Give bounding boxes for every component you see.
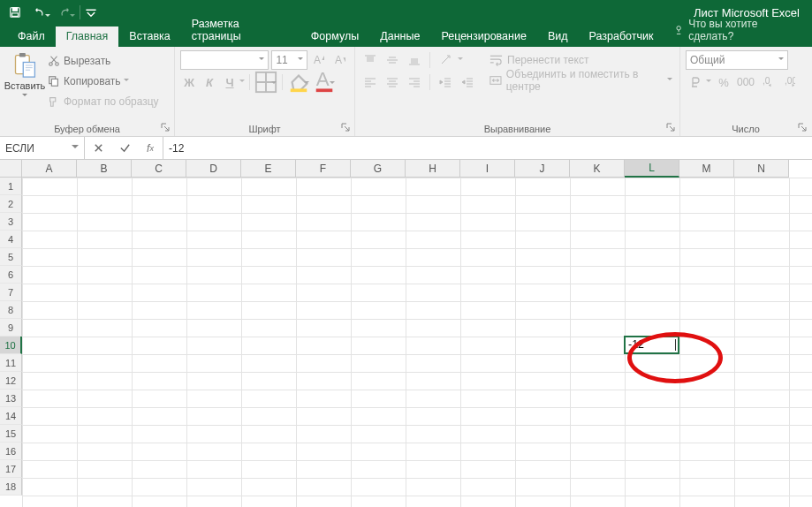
row-header[interactable]: 2 xyxy=(0,195,22,213)
align-bottom-button[interactable] xyxy=(405,50,424,70)
borders-button[interactable] xyxy=(254,72,277,92)
column-header[interactable]: I xyxy=(460,160,515,178)
wrap-text-button[interactable]: Перенести текст xyxy=(488,51,674,69)
tab-formulas[interactable]: Формулы xyxy=(300,26,369,47)
row-header[interactable]: 4 xyxy=(0,231,22,248)
font-color-button[interactable]: A xyxy=(313,72,336,92)
tab-file[interactable]: Файл xyxy=(7,26,56,47)
format-painter-button[interactable]: Формат по образцу xyxy=(48,93,159,110)
merge-center-button[interactable]: Объединить и поместить в центре xyxy=(488,72,674,89)
tab-review[interactable]: Рецензирование xyxy=(430,26,537,47)
row-header[interactable]: 5 xyxy=(0,248,22,266)
row-header[interactable]: 15 xyxy=(0,425,22,443)
column-header[interactable]: N xyxy=(734,160,789,178)
accounting-format-button[interactable] xyxy=(686,72,705,92)
align-center-button[interactable] xyxy=(383,72,402,92)
align-middle-button[interactable] xyxy=(383,50,402,70)
cut-label: Вырезать xyxy=(64,55,110,67)
column-header[interactable]: B xyxy=(77,160,132,178)
number-dialog-launcher[interactable] xyxy=(796,121,808,133)
row-header[interactable]: 1 xyxy=(0,178,22,195)
clipboard-dialog-launcher[interactable] xyxy=(159,121,171,133)
save-button[interactable] xyxy=(4,2,27,23)
row-header[interactable]: 9 xyxy=(0,319,22,337)
cancel-formula-button[interactable] xyxy=(85,137,111,159)
column-header[interactable]: M xyxy=(679,160,734,178)
group-clipboard: Вставить Вырезать Копировать Формат по о… xyxy=(0,47,175,136)
row-header[interactable]: 7 xyxy=(0,284,22,301)
copy-button[interactable]: Копировать xyxy=(48,72,159,90)
fill-color-button[interactable] xyxy=(287,72,310,92)
row-header[interactable]: 11 xyxy=(0,354,22,372)
decrease-indent-button[interactable] xyxy=(436,72,455,92)
align-right-button[interactable] xyxy=(405,72,424,92)
italic-button[interactable]: К xyxy=(201,72,218,92)
column-header[interactable]: L xyxy=(625,160,679,178)
column-header[interactable]: C xyxy=(132,160,186,178)
name-box[interactable]: ЕСЛИ xyxy=(0,137,85,159)
group-alignment-label: Выравнивание xyxy=(355,124,679,134)
enter-formula-button[interactable] xyxy=(111,137,138,159)
tell-me[interactable]: Что вы хотите сделать? xyxy=(664,14,812,47)
undo-button[interactable] xyxy=(28,2,51,23)
select-all-corner[interactable] xyxy=(0,160,22,178)
merge-center-label: Объединить и поместить в центре xyxy=(506,68,663,93)
comma-format-button[interactable]: 000 xyxy=(736,72,755,92)
row-header[interactable]: 17 xyxy=(0,460,22,478)
column-header[interactable]: G xyxy=(351,160,406,178)
column-header[interactable]: K xyxy=(570,160,625,178)
row-header[interactable]: 8 xyxy=(0,301,22,319)
formula-input[interactable]: -12 xyxy=(163,137,812,159)
tab-developer[interactable]: Разработчик xyxy=(579,26,664,47)
svg-rect-10 xyxy=(51,79,57,86)
align-left-button[interactable] xyxy=(360,72,380,92)
tab-home[interactable]: Главная xyxy=(56,26,119,47)
align-top-button[interactable] xyxy=(360,50,380,70)
redo-button[interactable] xyxy=(53,2,76,23)
tab-view[interactable]: Вид xyxy=(537,26,579,47)
svg-rect-5 xyxy=(19,53,26,57)
column-header[interactable]: E xyxy=(241,160,296,178)
row-header[interactable]: 14 xyxy=(0,407,22,425)
tab-insert[interactable]: Вставка xyxy=(118,26,180,47)
row-header[interactable]: 6 xyxy=(0,266,22,284)
spreadsheet-grid[interactable]: -12 ABCDEFGHIJKLMN1234567891011121314151… xyxy=(0,160,812,507)
column-header[interactable]: H xyxy=(406,160,460,178)
orientation-button[interactable] xyxy=(436,50,455,70)
row-header[interactable]: 18 xyxy=(0,478,22,496)
percent-format-button[interactable]: % xyxy=(714,72,733,92)
column-header[interactable]: J xyxy=(515,160,570,178)
increase-indent-button[interactable] xyxy=(458,72,477,92)
column-header[interactable]: D xyxy=(186,160,241,178)
increase-font-button[interactable]: A▲ xyxy=(310,50,329,70)
decrease-font-button[interactable]: A▼ xyxy=(330,50,349,70)
row-header[interactable]: 3 xyxy=(0,213,22,231)
column-header[interactable]: F xyxy=(296,160,351,178)
active-cell[interactable]: -12 xyxy=(624,336,679,354)
bold-button[interactable]: Ж xyxy=(180,72,198,92)
svg-text:,00: ,00 xyxy=(785,77,795,86)
number-format-combo[interactable]: Общий xyxy=(686,50,788,70)
qat-customize-button[interactable] xyxy=(84,2,98,23)
tab-page-layout[interactable]: Разметка страницы xyxy=(181,14,300,47)
ribbon: Вставить Вырезать Копировать Формат по о… xyxy=(0,47,812,137)
underline-button[interactable]: Ч xyxy=(221,72,239,92)
alignment-dialog-launcher[interactable] xyxy=(664,121,677,133)
svg-rect-1 xyxy=(12,8,17,11)
row-header[interactable]: 10 xyxy=(0,337,22,354)
svg-rect-18 xyxy=(316,88,333,92)
font-dialog-launcher[interactable] xyxy=(339,121,352,133)
decrease-decimal-button[interactable]: ,00 xyxy=(780,72,800,92)
font-size-combo[interactable]: 11 xyxy=(271,50,307,70)
insert-function-button[interactable]: fx xyxy=(138,142,163,155)
row-header[interactable]: 13 xyxy=(0,390,22,407)
increase-decimal-button[interactable]: ,0 xyxy=(758,72,778,92)
row-header[interactable]: 12 xyxy=(0,372,22,390)
column-header[interactable]: A xyxy=(22,160,77,178)
svg-text:A: A xyxy=(316,71,330,90)
font-name-combo[interactable] xyxy=(180,50,269,70)
row-header[interactable]: 16 xyxy=(0,443,22,460)
tab-data[interactable]: Данные xyxy=(369,26,430,47)
cut-button[interactable]: Вырезать xyxy=(48,52,159,70)
paste-button[interactable]: Вставить xyxy=(5,50,44,110)
